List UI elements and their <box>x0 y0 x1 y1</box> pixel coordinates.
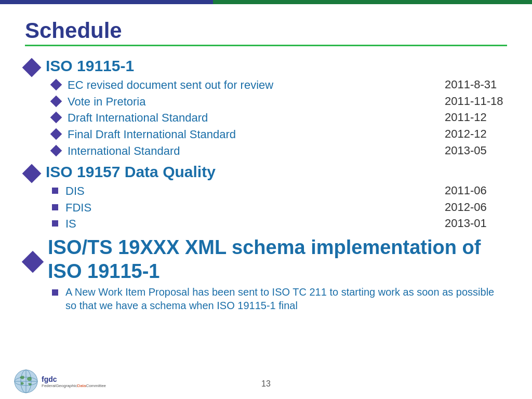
section-isots-header: ISO/TS 19XXX XML schema implementation o… <box>25 236 507 283</box>
slide-content: Schedule ISO 19115-1 EC revised document… <box>0 4 532 399</box>
item-date: 2011-8-31 <box>424 78 507 91</box>
item-date: 2011-06 <box>424 184 507 197</box>
square-bullet <box>52 289 58 296</box>
diamond-bullet <box>50 95 62 107</box>
fgdc-text: fgdc FederalGeographicDataCommittee <box>42 375 106 388</box>
list-item: EC revised document sent out for review … <box>52 78 507 93</box>
diamond-bullet <box>50 112 62 124</box>
iso19157-items: DIS 2011-06 FDIS 2012-06 IS 2013-01 <box>25 184 507 232</box>
list-item: Vote in Pretoria 2011-11-18 <box>52 95 507 110</box>
item-row: FDIS 2012-06 <box>65 201 507 216</box>
diamond-icon-isots <box>22 250 44 272</box>
item-label: International Standard <box>68 144 424 159</box>
item-row: Vote in Pretoria 2011-11-18 <box>68 95 507 110</box>
item-row: Final Draft International Standard 2012-… <box>68 127 507 142</box>
item-label: EC revised document sent out for review <box>68 78 424 93</box>
list-item: FDIS 2012-06 <box>52 201 507 216</box>
item-label: DIS <box>65 184 424 199</box>
fgdc-logo: fgdc FederalGeographicDataCommittee <box>12 368 106 395</box>
diamond-bullet <box>50 144 62 156</box>
square-bullet <box>52 188 58 194</box>
item-date: 2013-05 <box>424 144 507 157</box>
diamond-bullet <box>50 128 62 140</box>
section-isots-label: ISO/TS 19XXX XML schema implementation o… <box>48 236 507 283</box>
item-date: 2012-12 <box>424 127 507 141</box>
item-row: EC revised document sent out for review … <box>68 78 507 93</box>
list-item: A New Work Item Proposal has been sent t… <box>52 285 507 312</box>
list-item: IS 2013-01 <box>52 217 507 232</box>
fgdc-brand: fgdc <box>42 375 106 383</box>
section-iso19115-label: ISO 19115-1 <box>46 56 134 76</box>
item-row: IS 2013-01 <box>65 217 507 232</box>
diamond-icon-iso19115 <box>22 58 42 77</box>
page-number: 13 <box>261 379 271 389</box>
item-date: 2011-12 <box>424 111 507 124</box>
item-date: 2013-01 <box>424 217 507 230</box>
item-row: DIS 2011-06 <box>65 184 507 199</box>
list-item: Final Draft International Standard 2012-… <box>52 127 507 142</box>
item-label: Final Draft International Standard <box>68 127 424 142</box>
diamond-icon-iso19157 <box>22 164 42 183</box>
item-label: IS <box>65 217 424 232</box>
diamond-bullet <box>50 79 62 91</box>
section-iso19115-header: ISO 19115-1 <box>25 56 507 76</box>
globe-icon <box>12 368 39 395</box>
item-label: A New Work Item Proposal has been sent t… <box>65 285 507 312</box>
item-date: 2012-06 <box>424 201 507 214</box>
item-row: International Standard 2013-05 <box>68 144 507 159</box>
item-label: Vote in Pretoria <box>68 95 424 110</box>
title-underline <box>25 45 507 46</box>
section-iso19157-label: ISO 19157 Data Quality <box>46 162 216 182</box>
page-title: Schedule <box>25 19 507 43</box>
square-bullet <box>52 220 58 227</box>
iso19115-items: EC revised document sent out for review … <box>25 78 507 158</box>
section-iso19157-header: ISO 19157 Data Quality <box>25 162 507 182</box>
item-label: Draft International Standard <box>68 111 424 126</box>
item-label: FDIS <box>65 201 424 216</box>
isots-items: A New Work Item Proposal has been sent t… <box>25 285 507 312</box>
top-color-bar <box>0 0 532 4</box>
list-item: International Standard 2013-05 <box>52 144 507 159</box>
item-row: Draft International Standard 2011-12 <box>68 111 507 126</box>
fgdc-fullname: FederalGeographicDataCommittee <box>42 383 106 388</box>
square-bullet <box>52 204 58 210</box>
list-item: DIS 2011-06 <box>52 184 507 199</box>
list-item: Draft International Standard 2011-12 <box>52 111 507 126</box>
item-date: 2011-11-18 <box>424 95 507 108</box>
